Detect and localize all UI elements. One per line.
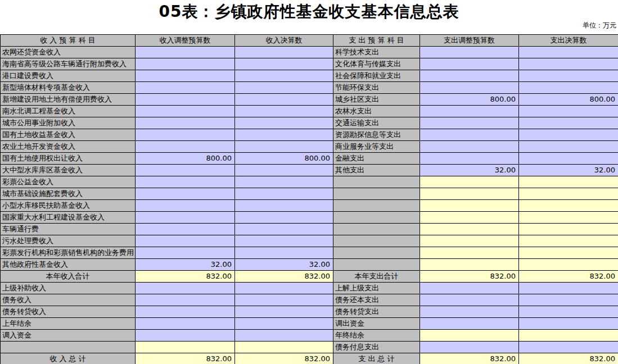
expense-subject-cell[interactable]: 社会保障和就业支出 xyxy=(333,70,420,82)
income-final-cell[interactable]: 800.00 xyxy=(235,153,333,165)
income-adjusted-cell[interactable] xyxy=(136,306,235,318)
expense-adjusted-cell[interactable]: 832.00 xyxy=(420,353,519,364)
income-final-cell[interactable] xyxy=(235,342,333,353)
income-adjusted-cell[interactable] xyxy=(136,342,235,353)
expense-adjusted-cell[interactable] xyxy=(420,342,519,353)
expense-subject-cell[interactable]: 支 出 总 计 xyxy=(333,353,420,364)
expense-adjusted-cell[interactable] xyxy=(420,106,519,117)
income-adjusted-cell[interactable] xyxy=(136,58,235,70)
income-adjusted-cell[interactable] xyxy=(136,247,235,259)
income-subject-cell[interactable]: 新型墙体材料专项基金收入 xyxy=(1,82,136,94)
expense-final-cell[interactable]: 832.00 xyxy=(519,271,618,283)
expense-final-cell[interactable] xyxy=(519,200,618,212)
income-subject-cell[interactable]: 农网还贷资金收入 xyxy=(1,47,136,58)
expense-adjusted-cell[interactable] xyxy=(420,47,519,58)
expense-subject-cell[interactable] xyxy=(333,176,420,188)
expense-adjusted-cell[interactable] xyxy=(420,235,519,247)
expense-subject-cell[interactable]: 年终结余 xyxy=(333,330,420,342)
expense-final-cell[interactable]: 800.00 xyxy=(519,94,618,106)
income-subject-cell[interactable]: 车辆通行费 xyxy=(1,224,136,235)
expense-adjusted-cell[interactable] xyxy=(420,259,519,271)
income-adjusted-cell[interactable] xyxy=(136,188,235,200)
income-final-cell[interactable]: 832.00 xyxy=(235,271,333,283)
expense-subject-cell[interactable] xyxy=(333,235,420,247)
income-final-cell[interactable] xyxy=(235,306,333,318)
income-final-cell[interactable] xyxy=(235,165,333,176)
income-subject-cell[interactable]: 大中型水库库区基金收入 xyxy=(1,165,136,176)
expense-subject-cell[interactable]: 科学技术支出 xyxy=(333,47,420,58)
expense-final-cell[interactable]: 32.00 xyxy=(519,165,618,176)
expense-adjusted-cell[interactable] xyxy=(420,117,519,129)
income-adjusted-cell[interactable] xyxy=(136,94,235,106)
income-adjusted-cell[interactable] xyxy=(136,212,235,224)
expense-final-cell[interactable] xyxy=(519,141,618,153)
expense-final-cell[interactable]: 832.00 xyxy=(519,353,618,364)
income-subject-cell[interactable]: 彩票发行机构和彩票销售机构的业务费用 xyxy=(1,247,136,259)
income-adjusted-cell[interactable] xyxy=(136,47,235,58)
expense-final-cell[interactable] xyxy=(519,283,618,294)
income-subject-cell[interactable]: 上年结余 xyxy=(1,318,136,330)
expense-final-cell[interactable] xyxy=(519,212,618,224)
income-final-cell[interactable] xyxy=(235,235,333,247)
income-subject-cell[interactable]: 城市基础设施配套费收入 xyxy=(1,188,136,200)
income-final-cell[interactable] xyxy=(235,212,333,224)
income-adjusted-cell[interactable]: 32.00 xyxy=(136,259,235,271)
expense-subject-cell[interactable]: 债务转贷支出 xyxy=(333,306,420,318)
income-adjusted-cell[interactable]: 800.00 xyxy=(136,153,235,165)
income-final-cell[interactable] xyxy=(235,176,333,188)
expense-subject-cell[interactable]: 文化体育与传媒支出 xyxy=(333,58,420,70)
expense-subject-cell[interactable]: 商业服务业等支出 xyxy=(333,141,420,153)
income-subject-cell[interactable] xyxy=(1,342,136,353)
expense-subject-cell[interactable]: 交通运输支出 xyxy=(333,117,420,129)
income-final-cell[interactable] xyxy=(235,94,333,106)
income-adjusted-cell[interactable] xyxy=(136,129,235,141)
expense-adjusted-cell[interactable]: 800.00 xyxy=(420,94,519,106)
expense-subject-cell[interactable] xyxy=(333,259,420,271)
income-final-cell[interactable] xyxy=(235,224,333,235)
expense-final-cell[interactable] xyxy=(519,235,618,247)
income-final-cell[interactable] xyxy=(235,106,333,117)
income-adjusted-cell[interactable] xyxy=(136,294,235,306)
expense-final-cell[interactable] xyxy=(519,259,618,271)
income-subject-cell[interactable]: 其他政府性基金收入 xyxy=(1,259,136,271)
income-final-cell[interactable] xyxy=(235,58,333,70)
expense-adjusted-cell[interactable]: 32.00 xyxy=(420,165,519,176)
income-final-cell[interactable]: 32.00 xyxy=(235,259,333,271)
income-adjusted-cell[interactable] xyxy=(136,82,235,94)
income-subject-cell[interactable]: 债务转贷收入 xyxy=(1,306,136,318)
income-subject-cell[interactable]: 污水处理费收入 xyxy=(1,235,136,247)
income-final-cell[interactable] xyxy=(235,141,333,153)
income-subject-cell[interactable]: 国家重大水利工程建设基金收入 xyxy=(1,212,136,224)
expense-final-cell[interactable] xyxy=(519,129,618,141)
income-adjusted-cell[interactable] xyxy=(136,165,235,176)
expense-final-cell[interactable] xyxy=(519,330,618,342)
expense-final-cell[interactable] xyxy=(519,247,618,259)
income-subject-cell[interactable]: 农业土地开发资金收入 xyxy=(1,141,136,153)
expense-adjusted-cell[interactable] xyxy=(420,294,519,306)
income-adjusted-cell[interactable] xyxy=(136,70,235,82)
expense-adjusted-cell[interactable] xyxy=(420,58,519,70)
income-subject-cell[interactable]: 国有土地使用权出让收入 xyxy=(1,153,136,165)
expense-subject-cell[interactable]: 节能环保支出 xyxy=(333,82,420,94)
income-final-cell[interactable] xyxy=(235,283,333,294)
income-subject-cell[interactable]: 收 入 总 计 xyxy=(1,353,136,364)
expense-adjusted-cell[interactable] xyxy=(420,283,519,294)
expense-subject-cell[interactable]: 债务付息支出 xyxy=(333,342,420,353)
expense-final-cell[interactable] xyxy=(519,82,618,94)
income-subject-cell[interactable]: 港口建设费收入 xyxy=(1,70,136,82)
expense-adjusted-cell[interactable] xyxy=(420,306,519,318)
income-subject-cell[interactable]: 新增建设用地土地有偿使用费收入 xyxy=(1,94,136,106)
expense-subject-cell[interactable]: 其他支出 xyxy=(333,165,420,176)
expense-subject-cell[interactable] xyxy=(333,188,420,200)
expense-adjusted-cell[interactable] xyxy=(420,129,519,141)
income-subject-cell[interactable]: 小型水库移民扶助基金收入 xyxy=(1,200,136,212)
expense-final-cell[interactable] xyxy=(519,224,618,235)
expense-subject-cell[interactable]: 上解上级支出 xyxy=(333,283,420,294)
income-adjusted-cell[interactable] xyxy=(136,117,235,129)
expense-final-cell[interactable] xyxy=(519,117,618,129)
expense-subject-cell[interactable]: 调出资金 xyxy=(333,318,420,330)
expense-final-cell[interactable] xyxy=(519,58,618,70)
income-adjusted-cell[interactable] xyxy=(136,106,235,117)
income-adjusted-cell[interactable] xyxy=(136,176,235,188)
income-final-cell[interactable] xyxy=(235,117,333,129)
